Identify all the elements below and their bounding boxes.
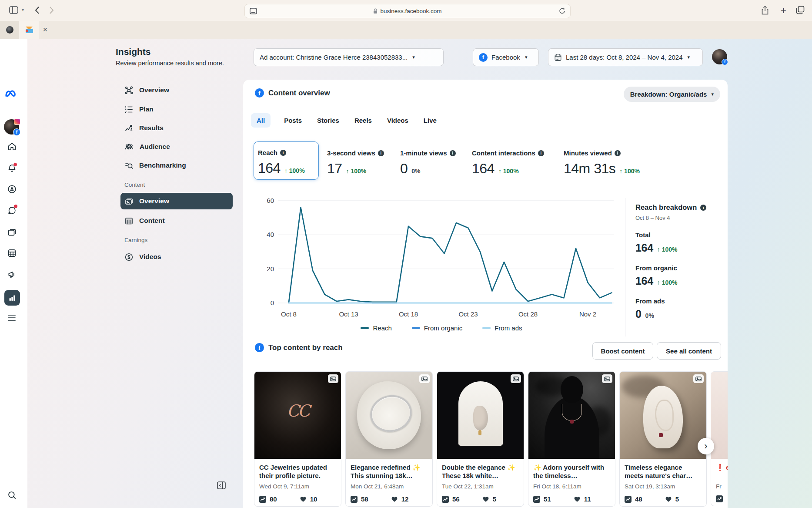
info-icon[interactable]: i xyxy=(450,150,456,156)
tab-all[interactable]: All xyxy=(251,113,271,128)
nav-videos[interactable]: Videos xyxy=(120,249,233,265)
photo-badge-icon xyxy=(328,374,338,383)
svg-text:Oct 13: Oct 13 xyxy=(339,310,358,318)
content-posts-icon[interactable] xyxy=(0,227,23,237)
chevron-down-icon: ▾ xyxy=(711,91,714,97)
photo-badge-icon xyxy=(511,374,521,383)
content-card-image xyxy=(346,372,432,459)
info-icon[interactable]: i xyxy=(700,205,706,211)
ad-account-dropdown[interactable]: Ad account: Christine Grace Herce 238430… xyxy=(254,48,444,66)
metric-reach[interactable]: Reachi 164↑ 100% xyxy=(254,141,319,180)
sidebar-toggle-icon[interactable] xyxy=(9,6,18,14)
reload-icon[interactable] xyxy=(559,7,565,14)
reach-stat-icon xyxy=(716,495,723,502)
home-icon[interactable] xyxy=(0,141,23,151)
planner-icon[interactable] xyxy=(0,248,23,258)
business-avatar[interactable]: f xyxy=(4,119,19,135)
chevron-down-icon: ▾ xyxy=(525,54,528,60)
tab-overview-icon[interactable] xyxy=(796,6,805,14)
insights-nav-selected[interactable] xyxy=(4,290,20,306)
cc-monogram: CC xyxy=(287,401,308,421)
nav-plan[interactable]: Plan xyxy=(120,101,233,118)
left-rail: f xyxy=(0,39,27,508)
content-card[interactable]: Timeless elegance meets nature's char… S… xyxy=(619,371,707,507)
content-card-image xyxy=(620,372,706,459)
nav-results[interactable]: Results xyxy=(120,120,233,136)
platform-dropdown[interactable]: f Facebook ▾ xyxy=(473,48,539,66)
metric-1-minute-views[interactable]: 1-minute viewsi 00% xyxy=(400,149,456,177)
calendar-icon xyxy=(554,54,562,61)
breakdown-dropdown[interactable]: Breakdown: Organic/ads ▾ xyxy=(624,87,720,102)
divider xyxy=(625,198,625,336)
svg-text:Oct 28: Oct 28 xyxy=(518,310,538,318)
info-icon[interactable]: i xyxy=(378,150,384,156)
lock-icon xyxy=(373,8,378,14)
boost-content-button[interactable]: Boost content xyxy=(592,342,653,360)
content-card-image xyxy=(437,372,524,459)
tab-videos[interactable]: Videos xyxy=(385,113,410,128)
close-tab-icon[interactable]: ✕ xyxy=(43,26,48,34)
search-icon[interactable] xyxy=(0,490,23,500)
tab-live[interactable]: Live xyxy=(422,113,438,128)
top-content-header: f Top content by reach xyxy=(255,343,343,352)
svg-text:0: 0 xyxy=(271,299,274,306)
messages-icon[interactable] xyxy=(0,205,23,215)
ads-manager-icon[interactable] xyxy=(0,184,23,194)
reach-breakdown-panel: Reach breakdowni Oct 8 – Nov 4 Total 164… xyxy=(635,203,722,320)
browser-tab-active[interactable] xyxy=(19,21,40,39)
chevron-down-icon: ▾ xyxy=(412,54,415,60)
date-range-dropdown[interactable]: Last 28 days: Oct 8, 2024 – Nov 4, 2024 … xyxy=(548,48,703,66)
chart-legend: ReachFrom organicFrom ads xyxy=(261,324,622,332)
nav-content[interactable]: Content xyxy=(120,212,233,229)
content-card[interactable]: CC CC Jewelries updated their profile pi… xyxy=(254,371,341,507)
profile-avatar[interactable]: f xyxy=(712,49,727,64)
chevron-down-icon[interactable]: ▾ xyxy=(22,7,24,12)
tab-stories[interactable]: Stories xyxy=(315,113,341,128)
content-card[interactable]: Elegance redefined ✨ This stunning 18k… … xyxy=(345,371,433,507)
nav-benchmarking[interactable]: Benchmarking xyxy=(120,157,233,174)
ads-megaphone-icon[interactable] xyxy=(0,269,23,279)
next-cards-button[interactable]: › xyxy=(698,438,714,454)
legend-item[interactable]: From organic xyxy=(412,324,462,332)
likes-stat-icon xyxy=(665,496,672,502)
card-title-row: f Content overview xyxy=(255,88,330,98)
back-button[interactable] xyxy=(35,6,40,14)
tab-reels[interactable]: Reels xyxy=(353,113,374,128)
metric-minutes-viewed[interactable]: Minutes viewedi 14m 31s↑ 100% xyxy=(564,149,640,177)
metric-content-interactions[interactable]: Content interactionsi 164↑ 100% xyxy=(472,149,544,177)
share-icon[interactable] xyxy=(761,6,769,15)
url-text: business.facebook.com xyxy=(380,8,441,14)
all-tools-icon[interactable] xyxy=(0,313,23,322)
nav-content-overview[interactable]: Overview xyxy=(120,193,233,209)
info-icon[interactable]: i xyxy=(538,150,544,156)
svg-text:40: 40 xyxy=(267,231,274,238)
content-card[interactable]: Double the elegance ✨ These 18k white… T… xyxy=(437,371,524,507)
new-tab-icon[interactable]: + xyxy=(781,5,786,17)
nav-overview[interactable]: Overview xyxy=(120,82,233,98)
legend-item[interactable]: From ads xyxy=(482,324,522,332)
svg-text:Oct 18: Oct 18 xyxy=(399,310,418,318)
photo-badge-icon xyxy=(419,374,430,383)
url-bar[interactable]: business.facebook.com xyxy=(244,4,571,18)
top-content-row: CC CC Jewelries updated their profile pi… xyxy=(243,371,728,508)
metric-3-second-views[interactable]: 3-second viewsi 17↑ 100% xyxy=(327,149,384,177)
content-card[interactable]: ❗ el Fr xyxy=(711,371,728,506)
favicon-dark xyxy=(6,26,13,34)
see-all-content-button[interactable]: See all content xyxy=(657,342,721,360)
tab-posts[interactable]: Posts xyxy=(282,113,304,128)
notifications-icon[interactable] xyxy=(0,163,23,173)
legend-item[interactable]: Reach xyxy=(361,324,391,332)
collapse-nav-button[interactable] xyxy=(217,481,226,489)
info-icon[interactable]: i xyxy=(280,150,286,156)
browser-tab-pinned[interactable] xyxy=(0,21,20,39)
forward-button[interactable] xyxy=(49,6,54,14)
photo-badge-icon xyxy=(693,374,704,383)
likes-stat-icon xyxy=(574,496,581,502)
nav-audience[interactable]: Audience xyxy=(120,138,233,155)
breakdown-range: Oct 8 – Nov 4 xyxy=(635,215,722,221)
meta-home-logo-icon[interactable] xyxy=(0,89,23,98)
info-icon[interactable]: i xyxy=(615,150,621,156)
content-card[interactable]: ✨ Adorn yourself with the timeless… Fri … xyxy=(528,371,615,507)
reach-stat-icon xyxy=(259,496,266,503)
svg-text:Oct 23: Oct 23 xyxy=(458,310,478,318)
